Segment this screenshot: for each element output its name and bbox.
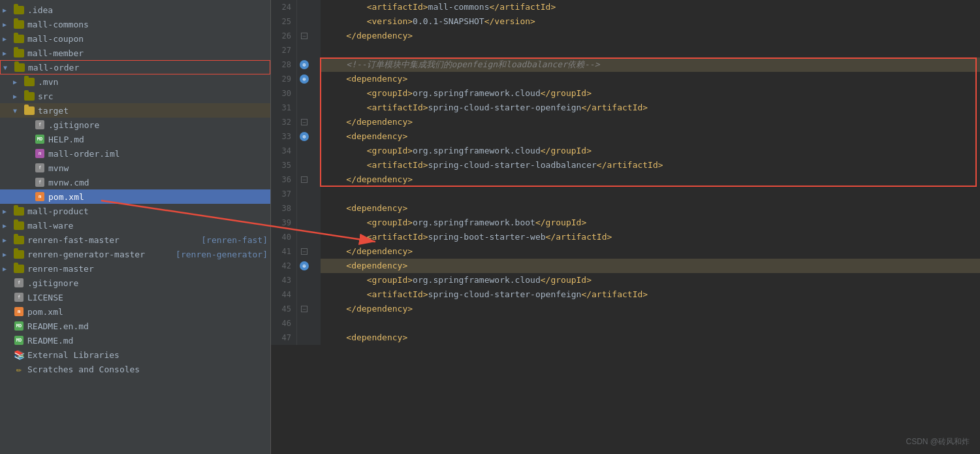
line-gutter[interactable] — [297, 287, 311, 302]
line-content[interactable]: <dependency> — [321, 331, 980, 345]
tree-item-readme-en[interactable]: MD README.en.md — [0, 319, 270, 333]
line-content[interactable]: <groupId>org.springframework.boot</group… — [321, 216, 980, 230]
fold-icon[interactable]: − — [301, 119, 308, 125]
line-content[interactable]: <groupId>org.springframework.cloud</grou… — [321, 273, 980, 287]
line-content[interactable]: <artifactId>spring-cloud-starter-openfei… — [321, 101, 980, 115]
tree-item-external-libs[interactable]: 📚 External Libraries — [0, 348, 270, 362]
line-number: 29 — [271, 72, 297, 86]
tree-item-readme[interactable]: MD README.md — [0, 333, 270, 348]
line-gutter[interactable] — [297, 201, 311, 216]
chevron-down-icon: ▼ — [3, 64, 14, 71]
tree-item-gitignore2[interactable]: f .gitignore — [0, 118, 270, 132]
line-gutter[interactable] — [297, 86, 311, 101]
tree-item-pom-root[interactable]: m pom.xml — [0, 304, 270, 319]
line-content[interactable]: <artifactId>spring-boot-starter-web</art… — [321, 230, 980, 244]
line-gutter[interactable]: − — [297, 172, 311, 187]
fold-icon[interactable]: − — [301, 306, 308, 312]
line-content[interactable] — [321, 187, 980, 201]
line-content[interactable]: <dependency> — [321, 201, 980, 216]
breakpoint-icon[interactable]: ⊕ — [300, 60, 309, 69]
tree-item-mall-ware[interactable]: ▶ mall-ware — [0, 218, 270, 233]
line-gutter[interactable] — [297, 316, 311, 331]
line-gutter[interactable]: ⊕ — [297, 72, 311, 86]
tree-item-idea[interactable]: ▶ .idea — [0, 3, 270, 17]
tree-item-mall-commons[interactable]: ▶ mall-commons — [0, 17, 270, 31]
line-gutter[interactable]: − — [297, 302, 311, 316]
line-content[interactable]: </dependency> — [321, 302, 980, 316]
tree-item-pom-order[interactable]: m pom.xml — [0, 189, 270, 204]
line-gutter[interactable] — [297, 158, 311, 172]
tree-item-mall-order[interactable]: ▼ mall-order — [0, 60, 270, 74]
tree-item-gitignore-root[interactable]: f .gitignore — [0, 276, 270, 290]
line-gutter[interactable]: − — [297, 115, 311, 129]
folder-icon — [13, 263, 25, 274]
line-gutter[interactable] — [297, 230, 311, 244]
tree-item-renren-master[interactable]: ▶ renren-master — [0, 261, 270, 276]
breakpoint-icon[interactable]: ⊕ — [300, 132, 309, 141]
tree-item-label: mall-product — [27, 206, 268, 216]
file-tree[interactable]: ▶ .idea ▶ mall-commons ▶ mall-coupon ▶ m… — [0, 0, 271, 454]
tree-item-scratches[interactable]: ✏️ Scratches and Consoles — [0, 362, 270, 376]
breakpoint-icon[interactable]: ⊕ — [300, 261, 309, 270]
line-gutter[interactable]: ⊕ — [297, 57, 311, 72]
line-gutter[interactable] — [297, 14, 311, 29]
line-content[interactable]: <groupId>org.springframework.cloud</grou… — [321, 86, 980, 101]
fold-icon[interactable]: − — [301, 176, 308, 183]
code-line: 37 — [271, 187, 980, 201]
line-gutter[interactable] — [297, 0, 311, 14]
breakpoint-icon[interactable]: ⊕ — [300, 74, 309, 84]
line-content[interactable]: <dependency> — [321, 259, 980, 273]
chevron-right-icon: ▶ — [3, 251, 13, 258]
line-gutter[interactable] — [297, 43, 311, 57]
line-content[interactable]: <version>0.0.1-SNAPSHOT</version> — [321, 14, 980, 29]
line-number: 42 — [271, 259, 297, 273]
line-content[interactable]: </dependency> — [321, 244, 980, 259]
editor-content[interactable]: 24 <artifactId>mall-commons</artifactId>… — [271, 0, 980, 454]
tree-item-mvn[interactable]: ▶ .mvn — [0, 74, 270, 89]
line-content[interactable] — [321, 316, 980, 331]
line-gutter[interactable] — [297, 331, 311, 345]
line-content[interactable]: <artifactId>spring-cloud-starter-openfei… — [321, 287, 980, 302]
tree-item-mall-product[interactable]: ▶ mall-product — [0, 204, 270, 218]
tree-item-mall-coupon[interactable]: ▶ mall-coupon — [0, 31, 270, 46]
fold-gutter — [311, 172, 321, 187]
line-content[interactable]: <dependency> — [321, 72, 980, 86]
line-content[interactable]: </dependency> — [321, 172, 980, 187]
tree-item-mvnw-cmd[interactable]: f mvnw.cmd — [0, 175, 270, 189]
line-gutter[interactable] — [297, 187, 311, 201]
md-icon: MD — [13, 335, 25, 346]
tree-item-HELP[interactable]: MD HELP.md — [0, 132, 270, 146]
xml-icon: m — [13, 306, 25, 317]
tree-item-renren-generator[interactable]: ▶ renren-generator-master [renren-genera… — [0, 247, 270, 261]
tree-item-src[interactable]: ▶ src — [0, 89, 270, 103]
tree-item-target[interactable]: ▼ target — [0, 103, 270, 118]
line-content[interactable]: <groupId>org.springframework.cloud</grou… — [321, 144, 980, 158]
line-content[interactable]: </dependency> — [321, 29, 980, 43]
line-content[interactable]: <!--订单模块中集成我们的openfeign和loadbalancer依赖--… — [321, 57, 980, 72]
line-content[interactable]: <artifactId>mall-commons</artifactId> — [321, 0, 980, 14]
line-content[interactable]: </dependency> — [321, 115, 980, 129]
tree-item-LICENSE[interactable]: f LICENSE — [0, 290, 270, 304]
line-gutter[interactable] — [297, 101, 311, 115]
line-gutter[interactable]: − — [297, 244, 311, 259]
line-gutter[interactable] — [297, 273, 311, 287]
fold-gutter — [311, 101, 321, 115]
line-content[interactable]: <artifactId>spring-cloud-starter-loadbal… — [321, 158, 980, 172]
tree-item-mall-order-iml[interactable]: m mall-order.iml — [0, 146, 270, 161]
line-gutter[interactable] — [297, 144, 311, 158]
line-gutter[interactable] — [297, 216, 311, 230]
line-number: 26 — [271, 29, 297, 43]
tree-item-mall-member[interactable]: ▶ mall-member — [0, 46, 270, 60]
line-gutter[interactable]: ⊕ — [297, 259, 311, 273]
code-line: 28⊕ <!--订单模块中集成我们的openfeign和loadbalancer… — [271, 57, 980, 72]
tree-item-renren-fast[interactable]: ▶ renren-fast-master [renren-fast] — [0, 233, 270, 247]
line-gutter[interactable]: ⊕ — [297, 129, 311, 144]
line-content[interactable]: <dependency> — [321, 129, 980, 144]
line-content[interactable] — [321, 43, 980, 57]
fold-icon[interactable]: − — [301, 33, 308, 39]
line-number: 30 — [271, 86, 297, 101]
fold-icon[interactable]: − — [301, 248, 308, 255]
tree-item-mvnw-file[interactable]: f mvnw — [0, 161, 270, 175]
tree-item-label: mall-coupon — [27, 34, 268, 44]
line-gutter[interactable]: − — [297, 29, 311, 43]
